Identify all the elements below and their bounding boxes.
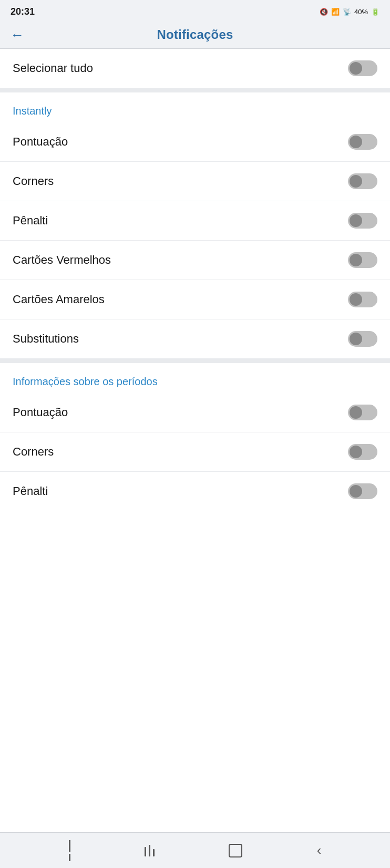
section-title-instantly: Instantly xyxy=(13,105,52,117)
section-divider-2 xyxy=(0,359,390,363)
bar3 xyxy=(153,849,155,856)
toggle-track-cartoes-amarelos xyxy=(348,292,377,307)
back-button[interactable]: ← xyxy=(11,28,24,42)
toggle-pontuacao2[interactable] xyxy=(348,405,377,420)
toggle-thumb-corners2 xyxy=(350,446,362,458)
battery-icon: 🔋 xyxy=(371,8,379,16)
label-corners1: Corners xyxy=(13,174,54,188)
label-substitutions: Substitutions xyxy=(13,332,79,346)
select-all-toggle[interactable] xyxy=(348,60,377,76)
row-penalti1: Pênalti xyxy=(0,201,390,241)
toggle-thumb-corners1 xyxy=(350,175,362,188)
toggle-thumb-pontuacao2 xyxy=(350,406,362,419)
toggle-track-pontuacao2 xyxy=(348,405,377,420)
toggle-track-penalti2 xyxy=(348,483,377,499)
label-corners2: Corners xyxy=(13,445,54,459)
toggle-thumb-penalti2 xyxy=(350,485,362,498)
section-title-period: Informações sobre os períodos xyxy=(13,376,158,387)
row-pontuacao1: Pontuação xyxy=(0,122,390,162)
toggle-substitutions[interactable] xyxy=(348,331,377,347)
label-cartoes-amarelos: Cartões Amarelos xyxy=(13,293,105,306)
toggle-track-substitutions xyxy=(348,331,377,347)
nav-line-1 xyxy=(69,840,70,852)
section-header-instantly: Instantly xyxy=(0,92,390,122)
toggle-thumb-penalti1 xyxy=(350,214,362,227)
bottom-nav: ‹ xyxy=(0,832,390,868)
row-pontuacao2: Pontuação xyxy=(0,393,390,432)
select-all-toggle-track xyxy=(348,60,377,76)
toggle-penalti2[interactable] xyxy=(348,483,377,499)
label-pontuacao2: Pontuação xyxy=(13,406,68,419)
toggle-thumb-pontuacao1 xyxy=(350,136,362,148)
toggle-track-pontuacao1 xyxy=(348,134,377,150)
toggle-thumb-substitutions xyxy=(350,333,362,345)
signal-icon: 📡 xyxy=(343,8,351,16)
status-icons: 🔇 📶 📡 40% 🔋 xyxy=(320,8,379,16)
row-substitutions: Substitutions xyxy=(0,319,390,359)
nav-line-2 xyxy=(69,854,70,861)
wifi-icon: 📶 xyxy=(331,8,340,16)
section-header-period: Informações sobre os períodos xyxy=(0,363,390,393)
back-nav-button[interactable]: ‹ xyxy=(317,842,322,859)
bar2 xyxy=(149,845,150,856)
select-all-label: Selecionar tudo xyxy=(13,61,93,75)
label-cartoes-vermelhos: Cartões Vermelhos xyxy=(13,253,111,267)
nav-recent-apps-button[interactable] xyxy=(69,840,70,861)
recents-icon[interactable] xyxy=(145,845,155,856)
label-penalti1: Pênalti xyxy=(13,214,48,228)
home-button[interactable] xyxy=(229,844,242,857)
toggle-track-cartoes-vermelhos xyxy=(348,252,377,268)
row-corners1: Corners xyxy=(0,162,390,201)
toggle-thumb-cartoes-vermelhos xyxy=(350,254,362,266)
status-time: 20:31 xyxy=(11,6,35,17)
status-bar: 20:31 🔇 📶 📡 40% 🔋 xyxy=(0,0,390,22)
toggle-cartoes-amarelos[interactable] xyxy=(348,292,377,307)
toggle-track-penalti1 xyxy=(348,213,377,229)
toggle-track-corners2 xyxy=(348,444,377,460)
row-penalti2: Pênalti xyxy=(0,472,390,511)
battery-text: 40% xyxy=(354,8,368,16)
toggle-penalti1[interactable] xyxy=(348,213,377,229)
toggle-track-corners1 xyxy=(348,173,377,189)
content-area: Selecionar tudo Instantly Pontuação Corn… xyxy=(0,49,390,832)
row-corners2: Corners xyxy=(0,432,390,472)
nav-bar: ← Notificações xyxy=(0,22,390,49)
page-title: Notificações xyxy=(157,27,233,42)
toggle-pontuacao1[interactable] xyxy=(348,134,377,150)
toggle-corners2[interactable] xyxy=(348,444,377,460)
toggle-thumb-cartoes-amarelos xyxy=(350,293,362,306)
mute-icon: 🔇 xyxy=(320,8,328,16)
select-all-row: Selecionar tudo xyxy=(0,49,390,88)
label-penalti2: Pênalti xyxy=(13,484,48,498)
select-all-toggle-thumb xyxy=(350,62,362,75)
toggle-corners1[interactable] xyxy=(348,173,377,189)
section-divider-1 xyxy=(0,88,390,92)
toggle-cartoes-vermelhos[interactable] xyxy=(348,252,377,268)
bar1 xyxy=(145,847,146,856)
label-pontuacao1: Pontuação xyxy=(13,135,68,149)
row-cartoes-vermelhos: Cartões Vermelhos xyxy=(0,241,390,280)
row-cartoes-amarelos: Cartões Amarelos xyxy=(0,280,390,319)
